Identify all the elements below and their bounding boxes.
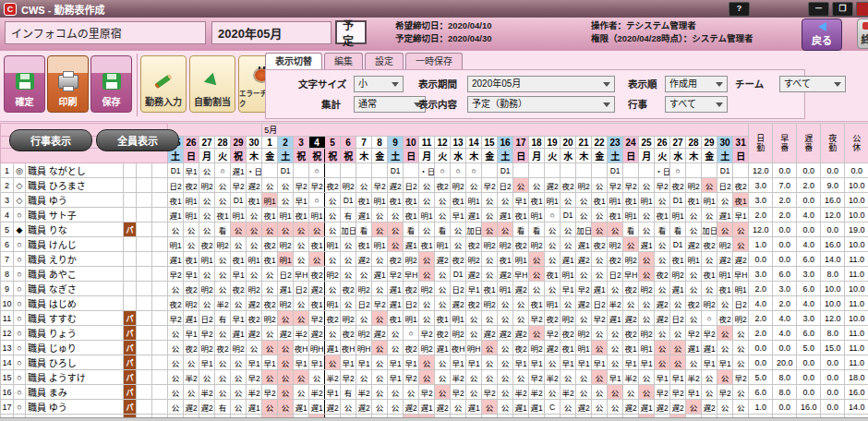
shift-cell[interactable]: 公 [561,370,576,385]
shift-cell[interactable]: 公 [262,370,278,385]
shift-cell[interactable]: 公 [545,252,561,267]
shift-cell[interactable] [356,163,372,178]
shift-cell[interactable]: 明2 [576,326,592,341]
shift-cell[interactable]: 夜1 [686,193,702,208]
shift-cell[interactable]: ○ [435,163,451,178]
shift-cell[interactable]: 早1 [184,326,199,341]
shift-cell[interactable]: 公 [733,326,749,341]
shift-cell[interactable]: 公 [576,370,592,385]
shift-cell[interactable]: 日2 [451,282,466,296]
shift-cell[interactable]: 早1 [592,355,608,370]
shift-cell[interactable]: 明1 [372,193,388,208]
shift-cell[interactable]: 早2 [529,311,545,326]
shift-cell[interactable] [545,163,561,178]
shift-cell[interactable]: 早2 [529,370,545,385]
shift-cell[interactable]: 公 [231,385,247,400]
shift-cell[interactable]: D1 [561,208,576,223]
shift-cell[interactable]: 公 [199,193,215,208]
shift-cell[interactable]: 明1 [702,193,717,208]
shift-cell[interactable]: 明1 [608,193,623,208]
shift-cell[interactable]: 夜2 [513,341,529,355]
shift-cell[interactable]: 夜2 [262,237,278,252]
shift-cell[interactable]: 明1 [404,311,419,326]
shift-cell[interactable]: 公 [419,370,435,385]
shift-cell[interactable]: 公 [592,208,608,223]
display-period-select[interactable]: 2020年05月 [467,76,615,92]
shift-cell[interactable]: 公 [168,400,184,415]
shift-cell[interactable]: 明1 [278,252,294,267]
shift-cell[interactable]: 遅1 [388,296,404,311]
shift-cell[interactable]: 公 [325,208,341,223]
shift-cell[interactable]: 遅2 [702,400,717,415]
shift-cell[interactable]: 公 [702,208,717,223]
shift-cell[interactable]: 早2 [168,267,184,282]
date-cell[interactable]: 18 [529,137,545,149]
shift-cell[interactable]: 加日2 [341,223,356,237]
shift-cell[interactable]: 公 [639,370,655,385]
shift-cell[interactable]: 夜1 [309,296,325,311]
shift-cell[interactable]: 公 [419,311,435,326]
shift-cell[interactable]: 半2 [309,385,325,400]
shift-cell[interactable]: ○ [451,163,466,178]
shift-cell[interactable]: 公 [356,267,372,282]
shift-cell[interactable]: 明2 [404,252,419,267]
close-button[interactable] [856,2,868,17]
shift-cell[interactable]: 夜2 [231,282,247,296]
shift-cell[interactable]: 早1 [686,385,702,400]
shift-cell[interactable]: 公 [199,296,215,311]
employee-name[interactable]: 職員 ゆう [26,193,124,208]
shift-cell[interactable]: 夜1 [231,252,247,267]
shift-cell[interactable]: 遅2 [247,296,262,311]
shift-cell[interactable]: 公 [498,400,513,415]
shift-cell[interactable]: 夜2 [623,326,639,341]
shift-cell[interactable]: 公 [639,208,655,223]
shift-cell[interactable]: 公 [482,370,498,385]
shift-cell[interactable]: 公 [435,385,451,400]
shift-cell[interactable]: 公 [466,178,482,193]
shift-cell[interactable]: 早1 [639,355,655,370]
shift-cell[interactable]: 遅1 [466,208,482,223]
shift-cell[interactable]: 遅2 [513,282,529,296]
date-cell[interactable]: 10 [404,137,419,149]
shift-cell[interactable]: 公 [608,282,623,296]
shift-cell[interactable]: 公 [325,326,341,341]
shift-cell[interactable]: 夜H [294,341,309,355]
shift-cell[interactable]: 日2 [498,178,513,193]
shift-cell[interactable]: 遅1 [608,311,623,326]
shift-cell[interactable]: 日2 [733,296,749,311]
shift-cell[interactable]: 明2 [419,282,435,296]
shift-cell[interactable]: 明2 [717,237,733,252]
shift-cell[interactable]: 公 [294,296,309,311]
shift-cell[interactable]: 公 [623,385,639,400]
date-cell[interactable]: 24 [623,137,639,149]
shift-cell[interactable]: 明1 [325,296,341,311]
shift-cell[interactable]: D1 [168,163,184,178]
shift-cell[interactable]: 早2 [247,370,262,385]
shift-cell[interactable]: 公 [388,208,404,223]
shift-cell[interactable]: 日2 [356,296,372,311]
shift-cell[interactable]: 公 [231,370,247,385]
shift-cell[interactable]: 半2 [545,370,561,385]
shift-cell[interactable]: 公 [419,178,435,193]
shift-cell[interactable]: 明2 [482,296,498,311]
shift-cell[interactable]: 遅1 [561,252,576,267]
events-display-button[interactable]: 行事表示 [9,129,92,151]
shift-cell[interactable]: 遅1 [168,208,184,223]
toolbar-button-2[interactable]: 印刷 [47,55,89,113]
shift-cell[interactable]: 早1 [608,370,623,385]
shift-cell[interactable]: 夜2 [262,296,278,311]
shift-cell[interactable]: 明1 [545,296,561,311]
shift-cell[interactable]: 明2 [199,178,215,193]
shift-cell[interactable]: 公 [294,223,309,237]
shift-cell[interactable]: 公 [717,370,733,385]
shift-cell[interactable]: 公 [419,223,435,237]
shift-cell[interactable]: 公 [231,355,247,370]
shift-cell[interactable]: 公 [372,223,388,237]
shift-cell[interactable]: 公 [341,296,356,311]
shift-cell[interactable]: 早1 [717,355,733,370]
shift-cell[interactable]: 公 [576,311,592,326]
shift-cell[interactable]: 公 [545,355,561,370]
shift-cell[interactable]: 公 [309,370,325,385]
shift-cell[interactable]: 明2 [670,267,686,282]
shift-cell[interactable]: 公 [717,400,733,415]
